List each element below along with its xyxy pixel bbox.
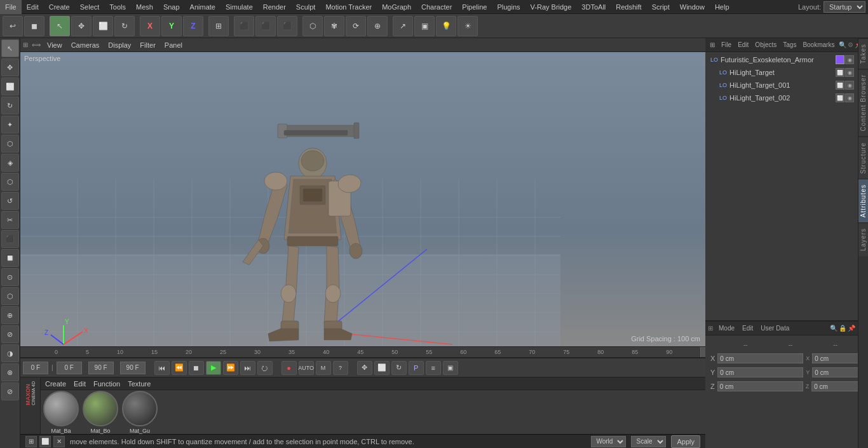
menu-motiontracker[interactable]: Motion Tracker <box>320 0 377 14</box>
mat-bo-sphere[interactable] <box>83 391 118 426</box>
light-btn[interactable]: 💡 <box>436 16 456 36</box>
viewport[interactable]: X Y Z Perspective Grid Spacing : 100 cm <box>20 52 705 346</box>
viewport-menu-filter[interactable]: Filter <box>137 41 158 49</box>
extra-btn1[interactable]: ✥ <box>357 361 372 375</box>
deformer-btn[interactable]: ⊕ <box>367 16 388 36</box>
camera-btn[interactable]: ▣ <box>414 16 435 36</box>
menu-mesh[interactable]: Mesh <box>131 0 158 14</box>
left-sculpt2-btn[interactable]: ⊗ <box>1 363 19 381</box>
apply-button[interactable]: Apply <box>671 435 700 448</box>
menu-select[interactable]: Select <box>75 0 105 14</box>
go-end-btn[interactable]: ⏭ <box>240 361 255 375</box>
spline-btn[interactable]: ✾ <box>324 16 344 36</box>
material-mat-bo[interactable]: Mat_Bo <box>83 391 118 434</box>
left-bevel-btn[interactable]: ⬡ <box>1 287 19 305</box>
start-frame-input[interactable] <box>23 362 48 374</box>
obj-menu-bookmarks[interactable]: Bookmarks <box>801 41 836 48</box>
menu-edit[interactable]: Edit <box>22 0 44 14</box>
left-edges-btn[interactable]: ⬡ <box>1 173 19 191</box>
extra-btn4[interactable]: P <box>409 361 424 375</box>
autokey-btn[interactable]: AUTO <box>299 361 314 375</box>
right-tab-takes[interactable]: Takes <box>858 38 868 69</box>
obj-menu-tags[interactable]: Tags <box>781 41 798 48</box>
obj-row-hilight1[interactable]: LO HiLight_Target ⬜ ◉ <box>707 66 857 79</box>
left-points-btn[interactable]: ◈ <box>1 154 19 172</box>
move-tool-button[interactable]: ✥ <box>71 16 92 36</box>
step-fwd-btn[interactable]: ⏩ <box>223 361 238 375</box>
left-object-btn[interactable]: ⬜ <box>1 78 19 95</box>
viewport-corner-icon[interactable]: ⊞ <box>23 41 28 48</box>
prev-frame-input[interactable] <box>57 362 82 374</box>
left-sculpt-btn[interactable]: ⬛ <box>1 230 19 248</box>
material-mat-gu[interactable]: Mat_Gu <box>122 391 158 434</box>
scale-select[interactable]: Scale <box>631 436 666 447</box>
material-mat-ba[interactable]: Mat_Ba <box>43 391 79 434</box>
stop-btn[interactable]: ⏹ <box>189 361 204 375</box>
left-mirror-btn[interactable]: ↺ <box>1 192 19 210</box>
left-paint-btn[interactable]: ◑ <box>1 344 19 362</box>
right-tab-layers[interactable]: Layers <box>858 222 868 256</box>
menu-simulate[interactable]: Simulate <box>220 0 258 14</box>
right-tab-attributes[interactable]: Attributes <box>858 179 868 222</box>
attr-px-input[interactable] <box>717 353 803 363</box>
menu-mograph[interactable]: MoGraph <box>377 0 416 14</box>
menu-pipeline[interactable]: Pipeline <box>457 0 492 14</box>
attr-menu-mode[interactable]: Mode <box>717 325 736 332</box>
attr-pz-input[interactable] <box>717 381 803 391</box>
z-axis-button[interactable]: Z <box>183 16 203 36</box>
viewport-menu-view[interactable]: View <box>44 41 65 49</box>
obj-search-icon[interactable]: 🔍 <box>839 41 846 48</box>
extra-btn5[interactable]: ≡ <box>426 361 441 375</box>
scale-tool-button[interactable]: ⬜ <box>93 16 113 36</box>
status-icon-2[interactable]: ⬜ <box>39 436 51 447</box>
left-uv-btn[interactable]: 🔲 <box>1 249 19 267</box>
obj-settings-icon[interactable]: ⚙ <box>848 41 853 48</box>
viewport-menu-cameras[interactable]: Cameras <box>69 41 102 49</box>
left-select-btn[interactable]: ↖ <box>1 39 19 57</box>
menu-animate[interactable]: Animate <box>185 0 220 14</box>
scene-btn[interactable]: ☀ <box>458 16 478 36</box>
x-axis-button[interactable]: X <box>140 16 160 36</box>
attr-menu-edit[interactable]: Edit <box>740 325 755 332</box>
loop-btn[interactable]: ⭮ <box>257 361 273 375</box>
attr-pin-icon[interactable]: 📌 <box>848 325 855 332</box>
viewport-menu-panel[interactable]: Panel <box>162 41 185 49</box>
timeline-btn3[interactable]: ⬛ <box>277 16 297 36</box>
record-btn[interactable]: ● <box>281 361 297 375</box>
motion-btn[interactable]: M <box>316 361 331 375</box>
current-frame-display[interactable] <box>700 346 705 358</box>
hilight1-vis-icon[interactable]: ◉ <box>845 68 854 77</box>
end-frame-preview-input[interactable] <box>88 362 114 374</box>
hilight3-tag-icon[interactable]: ⬜ <box>836 93 844 102</box>
left-cut-btn[interactable]: ✂ <box>1 211 19 229</box>
hilight2-vis-icon[interactable]: ◉ <box>845 81 854 90</box>
obj-row-armor[interactable]: LO Futuristic_Exoskeleton_Armor ◉ <box>707 53 857 66</box>
attr-py-input[interactable] <box>717 367 803 377</box>
viewport-menu-display[interactable]: Display <box>105 41 133 49</box>
status-icon-3[interactable]: ✕ <box>53 436 65 447</box>
obj-row-hilight3[interactable]: LO HiLight_Target_002 ⬜ ◉ <box>707 92 857 104</box>
right-tab-content[interactable]: Content Browser <box>858 69 868 136</box>
obj-menu-objects[interactable]: Objects <box>753 41 778 48</box>
layout-dropdown[interactable]: Startup <box>824 1 865 13</box>
end-frame-input[interactable] <box>120 362 146 374</box>
hilight3-vis-icon[interactable]: ◉ <box>845 93 854 102</box>
left-rotate-btn[interactable]: ↻ <box>1 97 19 114</box>
mat-menu-texture[interactable]: Texture <box>126 380 153 388</box>
mat-menu-create[interactable]: Create <box>43 380 68 388</box>
menu-file[interactable]: File <box>0 0 22 14</box>
menu-3dtoall[interactable]: 3DToAll <box>576 0 611 14</box>
object-mode-button[interactable]: ⊞ <box>208 16 229 36</box>
menu-script[interactable]: Script <box>647 0 675 14</box>
attr-search-icon[interactable]: 🔍 <box>830 325 837 332</box>
attr-menu-userdata[interactable]: User Data <box>759 325 791 332</box>
hilight2-tag-icon[interactable]: ⬜ <box>836 81 844 90</box>
rotate-tool-button[interactable]: ↻ <box>114 16 135 36</box>
mat-menu-edit[interactable]: Edit <box>72 380 88 388</box>
armor-vis-icon[interactable]: ◉ <box>845 55 854 64</box>
instance-btn[interactable]: ↗ <box>393 16 413 36</box>
extra-btn2[interactable]: ⬜ <box>374 361 390 375</box>
menu-tools[interactable]: Tools <box>104 0 131 14</box>
menu-plugins[interactable]: Plugins <box>492 0 525 14</box>
right-tab-structure[interactable]: Structure <box>858 137 868 179</box>
